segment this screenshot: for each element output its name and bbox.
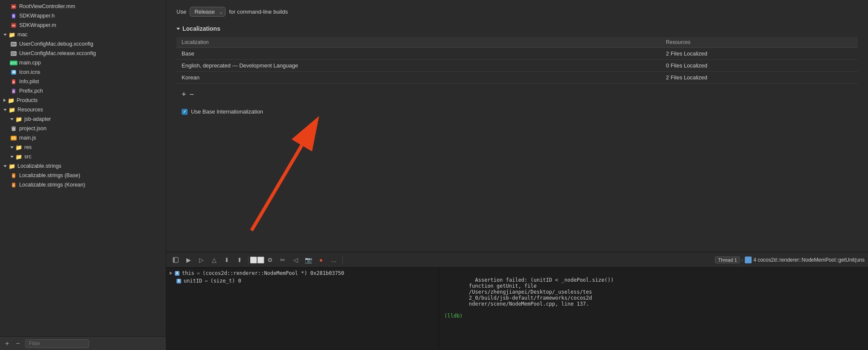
sidebar-item-label: Info.plist xyxy=(19,79,39,85)
sidebar-item-label: UserConfigMac.release.xcconfig xyxy=(19,50,96,56)
sidebar-item-sdkwrapper-m[interactable]: m SDKWrapper.m xyxy=(0,20,166,30)
sidebar-item-sdkwrapper-h[interactable]: h SDKWrapper.h xyxy=(0,11,166,20)
debug-var-unitid: A unitID = (size_t) 0 xyxy=(166,277,439,285)
var-expand-icon xyxy=(170,271,172,275)
use-base-intl-checkbox[interactable] xyxy=(182,109,188,115)
cmdline-row: Use Release ⌄ for command-line builds xyxy=(176,7,858,17)
thread-badge[interactable]: Thread 1 xyxy=(715,257,740,263)
sidebar-item-main-cpp[interactable]: c++ main.cpp xyxy=(0,58,166,67)
sidebar-item-localizable-korean[interactable]: s Localizable.strings (Korean) xyxy=(0,180,166,190)
res-expand-triangle xyxy=(10,146,14,149)
var-value-2: (size_t) 0 xyxy=(210,278,241,284)
sidebar-item-label: RootViewController.mm xyxy=(19,3,75,9)
sidebar-item-label: Localizable.strings (Base) xyxy=(19,172,80,178)
loc-resources-cell: 2 Files Localized xyxy=(661,48,858,60)
mac-expand-triangle xyxy=(3,34,7,36)
relative-wrap: Use Release ⌄ for command-line builds Lo… xyxy=(166,0,868,350)
var-equals-2: = xyxy=(205,278,208,284)
localizable-folder-icon: 📁 xyxy=(9,163,15,169)
thread-chevron-icon: › xyxy=(742,257,744,262)
localizable-expand-triangle xyxy=(3,165,7,167)
src-folder-icon: 📁 xyxy=(15,153,22,160)
sidebar-item-prefix-pch[interactable]: p Prefix.pch xyxy=(0,86,166,96)
sidebar-item-icon-icns[interactable]: 🖼 Icon.icns xyxy=(0,67,166,77)
sidebar-item-main-js[interactable]: JS main.js xyxy=(0,133,166,143)
sidebar-item-label: SDKWrapper.m xyxy=(19,22,56,28)
sidebar-item-jsb-adapter[interactable]: 📁 jsb-adapter xyxy=(0,114,166,124)
release-dropdown[interactable]: Release xyxy=(190,7,226,17)
sidebar-item-label: SDKWrapper.h xyxy=(19,13,55,19)
sidebar-item-localizable-base[interactable]: s Localizable.strings (Base) xyxy=(0,171,166,180)
debug-step-instruction-btn[interactable]: ⬆ xyxy=(234,254,246,266)
sidebar-item-label: Products xyxy=(17,97,38,103)
top-section: Use Release ⌄ for command-line builds Lo… xyxy=(166,0,868,252)
dbg-divider-2 xyxy=(342,256,343,264)
table-row: Base 2 Files Localized xyxy=(176,48,858,60)
debug-step-out-btn[interactable]: ⬇ xyxy=(221,254,233,266)
debug-screenshot-btn[interactable]: 📷 xyxy=(302,254,314,266)
debug-watchpoints-btn[interactable]: ⚙ xyxy=(264,254,276,266)
sidebar-item-label: mac xyxy=(17,32,28,38)
thread-info: Thread 1 › 4 cocos2d::renderer::NodeMemP… xyxy=(715,257,865,263)
localizations-title: Localizations xyxy=(182,25,220,32)
debug-more-btn[interactable]: … xyxy=(328,254,340,266)
debug-hide-btn[interactable] xyxy=(170,254,182,266)
cpp-icon: c++ xyxy=(10,59,17,66)
for-cmdline-label: for command-line builds xyxy=(229,9,288,15)
js-icon: JS xyxy=(10,134,17,141)
sidebar-item-userconfigmac-debug[interactable]: C= UserConfigMac.debug.xcconfig xyxy=(0,39,166,49)
sidebar-file-list: m RootViewController.mm h SDKWrapper.h m… xyxy=(0,0,166,336)
table-header-resources: Resources xyxy=(661,37,858,48)
sidebar-item-info-plist[interactable]: p Info.plist xyxy=(0,77,166,86)
localizations-triangle[interactable] xyxy=(176,28,180,30)
sidebar-remove-button[interactable]: − xyxy=(14,340,21,347)
icns-icon: 🖼 xyxy=(10,69,17,76)
settings-panel: Use Release ⌄ for command-line builds Lo… xyxy=(166,0,868,252)
debug-backtrace-btn[interactable]: ◁ xyxy=(289,254,301,266)
debug-console[interactable]: Assertion failed: (unitID < _nodePool.si… xyxy=(439,268,868,350)
sidebar-item-rootviewcontroller[interactable]: m RootViewController.mm xyxy=(0,2,166,11)
mac-folder-icon: 📁 xyxy=(9,31,15,38)
xcconfig-debug-icon: C= xyxy=(10,41,17,47)
debug-simulate-btn[interactable]: ✂ xyxy=(277,254,289,266)
var-name-2: unitID xyxy=(184,278,202,284)
sidebar-item-mac[interactable]: 📁 mac xyxy=(0,30,166,39)
sidebar-item-label: Localizable.strings (Korean) xyxy=(19,182,85,188)
resources-folder-icon: 📁 xyxy=(9,106,15,113)
localizations-table: Localization Resources Base 2 Files Loca… xyxy=(176,37,858,84)
sidebar-item-label: main.js xyxy=(19,135,36,141)
loc-lang-cell: Korean xyxy=(176,72,661,84)
frame-info: 4 cocos2d::renderer::NodeMemPool::getUni… xyxy=(753,257,865,263)
jsb-expand-triangle xyxy=(10,118,14,120)
sidebar-item-resources[interactable]: 📁 Resources xyxy=(0,105,166,114)
debug-continue-btn[interactable]: ▶ xyxy=(182,254,194,266)
sidebar-item-res[interactable]: 📁 res xyxy=(0,143,166,152)
h-file-icon: h xyxy=(10,12,17,19)
mm-file-icon: m xyxy=(10,3,17,10)
debugger-content: A this = (cocos2d::renderer::NodeMemPool… xyxy=(166,268,868,350)
svg-rect-3 xyxy=(173,257,175,262)
sidebar-add-button[interactable]: + xyxy=(3,340,11,347)
sidebar-item-src[interactable]: 📁 src xyxy=(0,152,166,161)
sidebar-item-products[interactable]: 📁 Products xyxy=(0,96,166,105)
sidebar-item-label: Icon.icns xyxy=(19,69,40,75)
debug-step-over-btn[interactable]: ▷ xyxy=(195,254,207,266)
sidebar-item-localizable-strings[interactable]: 📁 Localizable.strings xyxy=(0,161,166,171)
debug-step-into-btn[interactable]: △ xyxy=(208,254,220,266)
strings-base-icon: s xyxy=(10,172,17,179)
debug-view-memory-btn[interactable]: ⬜⬜ xyxy=(251,254,263,266)
sidebar-item-project-json[interactable]: {} project.json xyxy=(0,124,166,133)
debug-variables-panel: A this = (cocos2d::renderer::NodeMemPool… xyxy=(166,268,439,350)
sidebar-filter-input[interactable] xyxy=(25,339,89,348)
table-row: English, deprecated — Development Langua… xyxy=(176,60,858,72)
plus-minus-row: + − xyxy=(176,89,858,100)
sidebar-item-label: Prefix.pch xyxy=(19,88,43,94)
debug-record-btn[interactable]: ● xyxy=(315,254,327,266)
table-header-localization: Localization xyxy=(176,37,661,48)
remove-localization-button[interactable]: − xyxy=(190,90,194,98)
debug-var-this: A this = (cocos2d::renderer::NodeMemPool… xyxy=(166,269,439,277)
sidebar-item-label: Localizable.strings xyxy=(17,163,61,169)
sidebar-item-userconfigmac-release[interactable]: C= UserConfigMac.release.xcconfig xyxy=(0,49,166,58)
add-localization-button[interactable]: + xyxy=(182,90,186,98)
use-label: Use xyxy=(176,9,186,15)
